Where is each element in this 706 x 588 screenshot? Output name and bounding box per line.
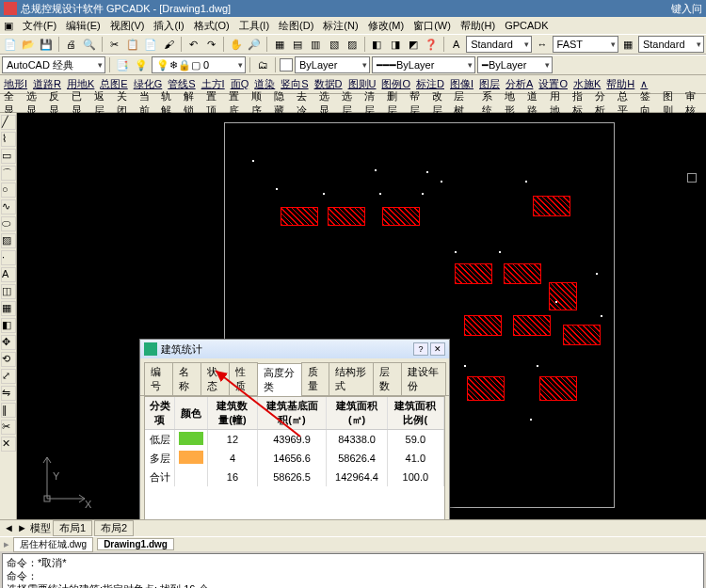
hatch-icon[interactable]: ▨ [1,233,16,248]
tool-a-icon[interactable]: ▦ [271,36,287,53]
dialog-tab[interactable]: 结构形式 [329,362,374,395]
offset-icon[interactable]: ‖ [1,403,16,418]
menu-format[interactable]: 格式(O) [194,19,230,33]
doc-tabs: ▸ 居住村征城.dwg Drawing1.dwg [0,536,706,551]
cut-icon[interactable]: ✂ [106,36,122,53]
text-icon[interactable]: A [1,267,16,282]
doc-tab-2[interactable]: Drawing1.dwg [97,538,174,550]
help-icon[interactable]: ❓ [424,36,440,53]
layeron-icon[interactable]: 💡 [133,56,150,73]
dialog-titlebar[interactable]: 建筑统计 ? ✕ [140,340,449,358]
undo-icon[interactable]: ↶ [185,36,201,53]
polyline-icon[interactable]: ⌇ [1,132,16,147]
menu-draw[interactable]: 绘图(D) [279,19,313,33]
building[interactable] [281,207,318,226]
rotate-icon[interactable]: ⟲ [1,352,16,367]
zoom-icon[interactable]: 🔎 [247,36,263,53]
building[interactable] [464,315,502,336]
print-icon[interactable]: 🖨 [63,36,79,53]
building[interactable] [455,263,492,284]
menu-gpcadk[interactable]: GPCADK [505,20,548,31]
dialog-tab[interactable]: 建设年份 [401,362,446,395]
building[interactable] [328,207,365,226]
dialog-tab[interactable]: 层数 [373,362,402,395]
ucs-icon: YX [26,452,92,510]
tool-b-icon[interactable]: ▤ [289,36,305,53]
layerprops-icon[interactable]: 📑 [114,56,131,73]
tool-h-icon[interactable]: ◩ [405,36,421,53]
arc-icon[interactable]: ⌒ [1,166,16,181]
tool-d-icon[interactable]: ▧ [326,36,342,53]
dialog-icon [144,342,157,356]
doc-tab-1[interactable]: 居住村征城.dwg [13,537,93,552]
menu-tools[interactable]: 工具(I) [239,19,269,33]
pan-icon[interactable]: ✋ [228,36,244,53]
circle-icon[interactable]: ○ [1,183,16,198]
color-swatch[interactable] [280,58,293,72]
menu-view[interactable]: 视图(V) [110,19,145,33]
open-icon[interactable]: 📂 [20,36,36,53]
drawing-canvas[interactable]: YX 建筑统计 ? ✕ 编号名称状态性质高度分类质量结构形式层数建设年份 分类项… [17,113,706,519]
region-icon[interactable]: ◧ [1,318,16,333]
ellipse-icon[interactable]: ⬭ [1,216,16,231]
tool-g-icon[interactable]: ◨ [387,36,403,53]
tool-e-icon[interactable]: ▨ [344,36,360,53]
menu-file[interactable]: 文件(F) [23,19,56,33]
redo-icon[interactable]: ↷ [203,36,219,53]
rect-icon[interactable]: ▭ [1,149,16,164]
building[interactable] [467,376,505,401]
new-icon[interactable]: 📄 [2,36,18,53]
building[interactable] [533,196,570,216]
menu-help[interactable]: 帮助(H) [460,19,495,33]
preview-icon[interactable]: 🔍 [81,36,97,53]
table-row[interactable]: 多层414656.658626.441.0 [145,449,444,468]
building[interactable] [382,207,420,226]
sheet-nav[interactable]: ◄ ► 模型 [4,521,51,535]
paste-icon[interactable]: 📄 [142,36,158,53]
trim-icon[interactable]: ✂ [1,420,16,435]
linetype-combo[interactable]: ━━━ ByLayer [372,56,475,73]
tool-c-icon[interactable]: ▥ [308,36,324,53]
dimstyle-icon[interactable]: ↔ [534,36,550,53]
command-window[interactable]: 命令：*取消* 命令： 选择需要统计的建筑:指定对角点: 找到 16 个 选择需… [2,553,704,588]
erase-icon[interactable]: ✕ [1,437,16,452]
menu-insert[interactable]: 插入(I) [153,19,184,33]
textstyle-combo[interactable]: Standard [466,36,532,53]
color-combo[interactable]: ByLayer [295,56,370,73]
table-icon[interactable]: ▦ [1,301,16,316]
building[interactable] [513,315,551,336]
menu-modify[interactable]: 修改(M) [368,19,405,33]
tablestyle-combo[interactable]: Standard [638,36,704,53]
layer-combo[interactable]: 💡❄🔒▢ 0 [152,56,246,73]
tablestyle-icon[interactable]: ▦ [620,36,636,53]
workspace-combo[interactable]: AutoCAD 经典 [2,56,105,73]
close-button[interactable]: ✕ [430,342,445,356]
table-row[interactable]: 合计1658626.5142964.4100.0 [145,468,444,486]
matchprop-icon[interactable]: 🖌 [161,36,177,53]
lineweight-combo[interactable]: ━ ByLayer [477,56,553,73]
tool-f-icon[interactable]: ◧ [369,36,385,53]
layout1-tab[interactable]: 布局1 [53,520,92,536]
line-icon[interactable]: ╱ [1,115,16,130]
building[interactable] [549,282,577,310]
block-icon[interactable]: ◫ [1,284,16,299]
textstyle-icon[interactable]: A [448,36,464,53]
save-icon[interactable]: 💾 [39,36,55,53]
building[interactable] [504,263,541,284]
layout2-tab[interactable]: 布局2 [94,520,134,536]
point-icon[interactable]: · [1,250,16,265]
spline-icon[interactable]: ∿ [1,199,16,215]
menu-window[interactable]: 窗口(W) [413,19,451,33]
copy-icon[interactable]: 📋 [124,36,140,53]
building[interactable] [539,376,577,401]
move-icon[interactable]: ✥ [1,335,16,350]
menu-dimension[interactable]: 标注(N) [323,19,358,33]
dimstyle-combo[interactable]: FAST [553,36,618,53]
mirror-icon[interactable]: ⇋ [1,386,16,401]
scale-icon[interactable]: ⤢ [1,369,16,384]
building[interactable] [563,325,601,345]
dialog-tab[interactable]: 编号 [144,362,173,395]
layerstate-icon[interactable]: 🗂 [254,56,271,73]
menu-edit[interactable]: 编辑(E) [66,19,101,33]
help-button[interactable]: ? [413,342,428,356]
